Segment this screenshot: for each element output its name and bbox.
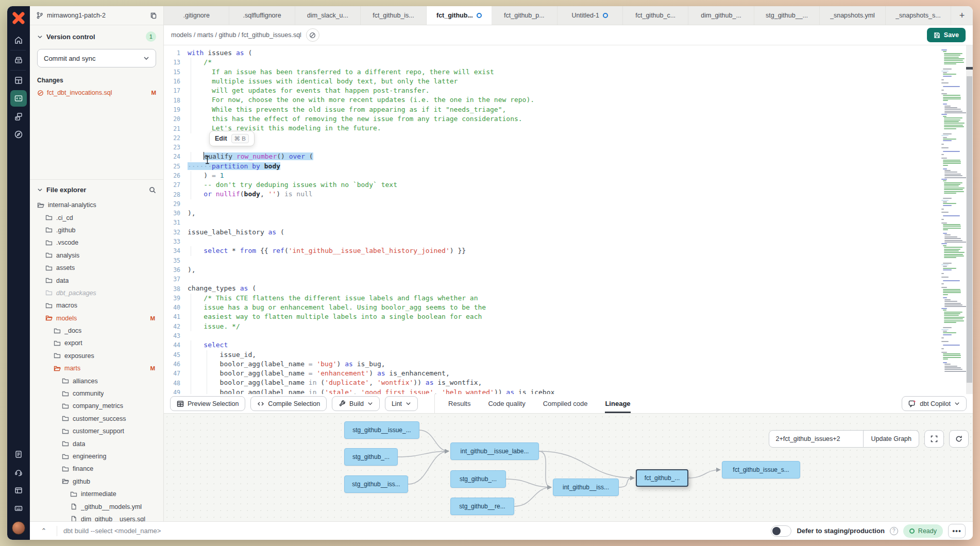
code-line-19[interactable]: 19 While this prevents the old issue fro…: [164, 105, 939, 114]
code-line-35[interactable]: 35: [164, 256, 939, 265]
lineage-node-0[interactable]: stg_github__issue_...: [344, 421, 419, 439]
tab-stg_github__...[interactable]: stg_github__...: [754, 6, 820, 25]
line-number[interactable]: 40: [164, 304, 188, 311]
code-line-32[interactable]: 32issue_label_history as (: [164, 228, 939, 237]
tree-item-intermediate[interactable]: intermediate: [37, 488, 156, 500]
tree-item-_docs[interactable]: _docs: [37, 325, 156, 337]
code-line-23[interactable]: 23: [164, 143, 939, 152]
branch-name[interactable]: mirnawong1-patch-2: [47, 12, 146, 19]
tree-item-customer_support[interactable]: customer_support: [37, 425, 156, 437]
tab-fct_github_p...[interactable]: fct_github_p...: [492, 6, 557, 25]
code-line-34[interactable]: 34 select * from {{ ref('int_github__iss…: [164, 246, 939, 255]
panel-tab-results[interactable]: Results: [448, 394, 470, 413]
search-icon[interactable]: [149, 186, 156, 194]
chevron-down-icon[interactable]: [37, 187, 43, 193]
code-line-31[interactable]: 31: [164, 218, 939, 227]
line-number[interactable]: 34: [164, 247, 188, 254]
user-avatar[interactable]: [12, 521, 25, 535]
code-line-27[interactable]: 27 -- don't try deduping issues with no …: [164, 180, 939, 190]
dbt-copilot-button[interactable]: dbt Copilot: [902, 396, 967, 411]
help-icon[interactable]: ?: [890, 527, 898, 535]
code-line-16[interactable]: 16 multiple issues with identical body t…: [164, 77, 939, 86]
line-number[interactable]: 35: [164, 257, 188, 264]
tab-fct_github_c...[interactable]: fct_github_c...: [623, 6, 688, 25]
code-line-45[interactable]: 45 issue_id,: [164, 350, 939, 360]
code-line-21[interactable]: 21 Let's revisit this modeling in the fu…: [164, 124, 939, 133]
code-line-15[interactable]: 15 If an issue has been transferred to a…: [164, 67, 939, 77]
code-line-38[interactable]: 38change_types as (: [164, 284, 939, 293]
line-number[interactable]: 41: [164, 313, 188, 320]
tab-Untitled-1[interactable]: Untitled-1: [557, 6, 623, 25]
line-number[interactable]: 23: [164, 144, 188, 151]
tree-item-marts[interactable]: martsM: [37, 362, 156, 374]
code-line-44[interactable]: 44 select: [164, 340, 939, 350]
code-line-22[interactable]: 22: [164, 133, 939, 143]
line-number[interactable]: 30: [164, 210, 188, 217]
tab-_snapshots.yml[interactable]: _snapshots.yml: [820, 6, 885, 25]
lineage-node-7[interactable]: fct_github_...: [636, 469, 688, 487]
lineage-node-1[interactable]: stg_github_...: [344, 448, 398, 466]
file-docs-button[interactable]: [306, 28, 319, 42]
code-line-46[interactable]: 46 boolor_agg(label_name = 'bug') as is_…: [164, 360, 939, 369]
line-number[interactable]: 28: [164, 191, 188, 198]
rail-item-explore[interactable]: [10, 126, 27, 143]
tree-item-_github__models.yml[interactable]: _github__models.yml: [37, 500, 156, 513]
tab-dim_github_...[interactable]: dim_github_...: [688, 6, 754, 25]
tree-item-.vscode[interactable]: .vscode: [37, 236, 156, 249]
commit-and-sync-button[interactable]: Commit and sync: [37, 49, 156, 67]
code-line-24[interactable]: 24 qualify row_number() over (: [164, 152, 939, 161]
defer-toggle[interactable]: [771, 525, 791, 537]
code-line-26[interactable]: 26 ) = 1: [164, 171, 939, 180]
breadcrumb[interactable]: models / marts / github / fct_github_iss…: [171, 31, 301, 39]
compile-selection-button[interactable]: Compile Selection: [250, 396, 327, 411]
tree-item-macros[interactable]: macros: [37, 299, 156, 312]
tree-item-company_metrics[interactable]: company_metrics: [37, 400, 156, 412]
code-line-20[interactable]: 20 this has the effect of removing the n…: [164, 114, 939, 124]
tab-.sqlfluffignore[interactable]: .sqlfluffignore: [229, 6, 295, 25]
rail-item-keyboard[interactable]: [10, 500, 27, 517]
code-line-47[interactable]: 47 boolor_agg(label_name = 'enhancement'…: [164, 369, 939, 378]
line-number[interactable]: 46: [164, 361, 188, 368]
tree-item-community[interactable]: community: [37, 387, 156, 400]
refresh-button[interactable]: [949, 430, 969, 448]
lineage-node-8[interactable]: fct_github_issue_s...: [722, 461, 800, 479]
tree-item-github[interactable]: github: [37, 475, 156, 488]
line-number[interactable]: 18: [164, 97, 188, 104]
rail-item-notes[interactable]: [10, 446, 27, 463]
rail-item-support[interactable]: [10, 464, 27, 481]
code-line-49[interactable]: 49 boolor_agg(label_name in ('stale', 'g…: [164, 388, 939, 394]
code-line-36[interactable]: 36),: [164, 265, 939, 275]
line-number[interactable]: 27: [164, 181, 188, 189]
code-line-18[interactable]: 18 For now, choose the one with more rec…: [164, 95, 939, 105]
changed-file[interactable]: fct_dbt_invocations.sqlM: [37, 89, 156, 96]
tree-item-dim_github__users.sql[interactable]: dim_github__users.sql: [37, 513, 156, 521]
code-line-33[interactable]: 33: [164, 237, 939, 246]
code-line-25[interactable]: 25······partition by body: [164, 162, 939, 171]
line-number[interactable]: 47: [164, 370, 188, 377]
editor-scrollbar[interactable]: [966, 45, 973, 394]
tree-item-exposures[interactable]: exposures: [37, 350, 156, 362]
code-line-42[interactable]: 42 issue. */: [164, 322, 939, 331]
tree-item-data[interactable]: data: [37, 274, 156, 286]
tree-item-alliances[interactable]: alliances: [37, 374, 156, 387]
line-number[interactable]: 24: [164, 153, 188, 160]
tree-item-finance[interactable]: finance: [37, 463, 156, 475]
expand-command-bar-button[interactable]: ⌃: [37, 525, 50, 537]
line-number[interactable]: 31: [164, 219, 188, 226]
scrollbar-thumb[interactable]: [967, 76, 972, 383]
tab-fct_github...[interactable]: fct_github...: [427, 6, 492, 25]
rail-item-apps[interactable]: [10, 72, 27, 89]
tree-item-export[interactable]: export: [37, 337, 156, 349]
line-number[interactable]: 42: [164, 323, 188, 330]
preview-selection-button[interactable]: Preview Selection: [170, 396, 245, 411]
fullscreen-button[interactable]: [924, 430, 944, 448]
code-line-30[interactable]: 30),: [164, 209, 939, 218]
code-line-41[interactable]: 41 easiest way to flatten multiple label…: [164, 312, 939, 321]
code-line-39[interactable]: 39 /* This CTE flattens the different is…: [164, 294, 939, 303]
line-number[interactable]: 13: [164, 59, 188, 66]
minimap[interactable]: [939, 45, 966, 394]
line-number[interactable]: 45: [164, 351, 188, 359]
line-number[interactable]: 48: [164, 380, 188, 387]
line-number[interactable]: 25: [164, 163, 188, 170]
line-number[interactable]: 19: [164, 106, 188, 113]
